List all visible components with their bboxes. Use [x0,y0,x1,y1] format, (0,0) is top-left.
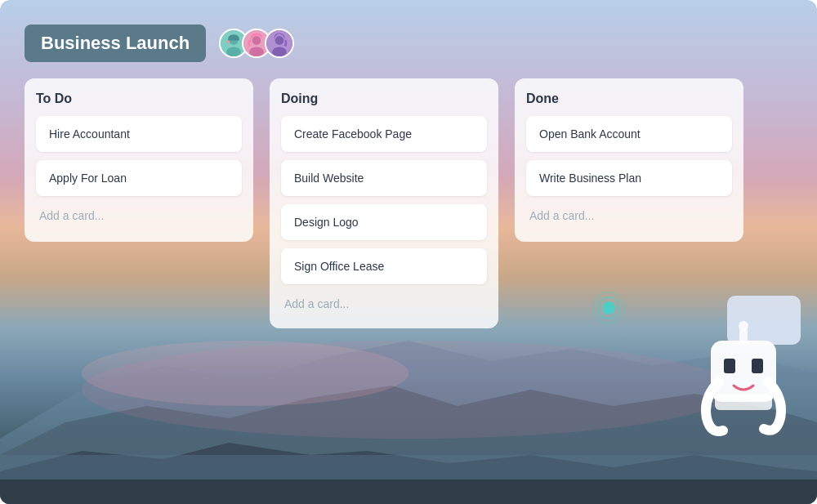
card-sign-office-lease[interactable]: Sign Office Lease [281,248,487,284]
avatar-3[interactable] [265,29,294,58]
svg-point-16 [272,47,287,56]
board-header: Business Launch [25,25,792,62]
column-doing: Doing Create Facebook Page Build Website… [270,78,498,328]
column-todo: To Do Hire Accountant Apply For Loan Add… [25,78,253,242]
column-done-title: Done [526,91,732,106]
robot-mascot [694,308,792,439]
svg-point-12 [252,36,261,45]
card-hire-accountant[interactable]: Hire Accountant [36,116,242,152]
avatar-group [219,29,294,58]
card-write-business-plan[interactable]: Write Business Plan [526,160,732,196]
card-build-website[interactable]: Build Website [281,160,487,196]
card-create-facebook[interactable]: Create Facebook Page [281,116,487,152]
column-todo-title: To Do [36,91,242,106]
svg-rect-22 [715,394,772,410]
svg-point-15 [275,36,284,45]
done-add-card[interactable]: Add a card... [526,204,732,227]
svg-point-10 [226,40,230,43]
doing-add-card[interactable]: Add a card... [281,292,487,315]
svg-rect-18 [724,359,735,373]
ripple-outer [592,292,625,324]
svg-point-6 [82,341,408,406]
svg-point-9 [226,47,241,56]
svg-rect-19 [752,359,763,373]
svg-rect-4 [0,479,817,504]
column-doing-title: Doing [281,91,487,106]
kanban-board: To Do Hire Accountant Apply For Loan Add… [25,78,792,328]
svg-point-21 [739,321,748,331]
main-content: Business Launch [0,0,817,345]
board-title: Business Launch [25,25,206,62]
svg-point-13 [249,47,264,56]
card-design-logo[interactable]: Design Logo [281,204,487,240]
todo-add-card[interactable]: Add a card... [36,204,242,227]
card-open-bank-account[interactable]: Open Bank Account [526,116,732,152]
svg-rect-17 [711,341,776,402]
column-done: Done Open Bank Account Write Business Pl… [515,78,743,242]
card-apply-for-loan[interactable]: Apply For Loan [36,160,242,196]
